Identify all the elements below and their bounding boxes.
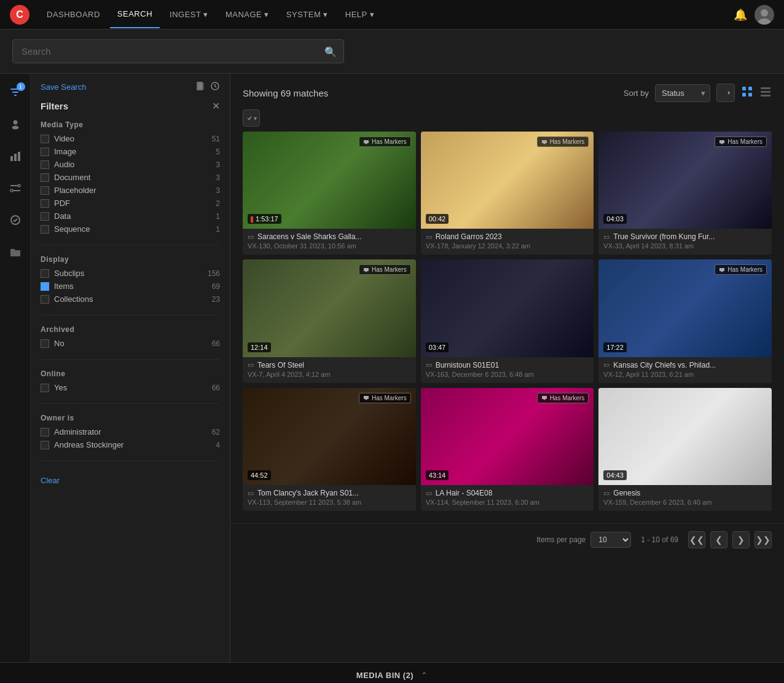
filter-left: Document [41, 173, 90, 182]
media-card[interactable]: Has Markers 04:03 ▭ True Survivor (from … [598, 132, 772, 255]
media-card[interactable]: Has Markers 43:14 ▭ LA Hair - S04E08 VX-… [421, 388, 594, 511]
filter-left: Yes [41, 383, 67, 392]
filter-count: 51 [212, 135, 220, 143]
filter-checkbox[interactable] [41, 428, 49, 436]
filter-row: Subclips 156 [41, 269, 220, 278]
filter-checkbox[interactable] [41, 269, 49, 278]
duration-badge: 12:14 [248, 342, 271, 352]
svg-rect-9 [18, 152, 20, 161]
sort-direction-button[interactable] [716, 84, 735, 102]
filter-count: 66 [212, 339, 220, 348]
nav-help[interactable]: HELP ▾ [338, 1, 382, 28]
media-card[interactable]: Has Markers 00:42 ▭ Roland Garros 2023 V… [421, 132, 594, 255]
sidebar-icon-sliders[interactable] [4, 177, 26, 199]
sidebar-icon-filters[interactable]: 1 [4, 81, 26, 103]
duration-badge: 1:53:17 [248, 214, 281, 224]
filter-checkbox[interactable] [41, 135, 49, 143]
filter-checkbox[interactable] [41, 148, 49, 156]
sidebar-icon-check[interactable] [4, 209, 26, 231]
card-info: ▭ Genesis VX-159, December 6 2023, 6:40 … [598, 485, 772, 511]
media-card[interactable]: Has Markers 44:52 ▭ Tom Clancy's Jack Ry… [243, 388, 416, 511]
filter-count: 5 [216, 148, 220, 156]
app-logo[interactable]: C [10, 5, 29, 25]
sidebar-icon-person[interactable] [4, 113, 26, 135]
filter-label: Yes [54, 383, 67, 392]
filter-checkbox[interactable] [41, 339, 49, 348]
media-card[interactable]: 03:47 ▭ Burnistoun S01E01 VX-163, Decemb… [421, 259, 594, 382]
filter-row: Data 1 [41, 211, 220, 221]
filter-checkbox[interactable] [41, 295, 49, 304]
card-title: Saracens v Sale Sharks Galla... [257, 232, 361, 241]
select-all-button[interactable]: ▾ [243, 109, 260, 127]
svg-point-0 [761, 9, 768, 17]
per-page-select[interactable]: 10 25 50 [590, 532, 631, 548]
svg-rect-10 [10, 185, 18, 186]
duration-badge: 00:42 [426, 214, 449, 224]
filter-checkbox[interactable] [41, 225, 49, 234]
thumbnail: Has Markers 00:42 [421, 132, 594, 229]
media-type-title: Media Type [41, 120, 220, 129]
user-avatar[interactable] [755, 5, 774, 25]
media-card[interactable]: Has Markers 1:53:17 ▭ Saracens v Sale Sh… [243, 132, 416, 255]
list-view-button[interactable] [759, 85, 772, 101]
filter-section-online: Online Yes 66 [41, 369, 220, 404]
sidebar-inner: 1 [0, 74, 230, 662]
filter-checkbox[interactable] [41, 173, 49, 182]
card-title-row: ▭ Genesis [603, 489, 767, 497]
card-meta: VX-12, April 11 2023, 6:21 am [603, 371, 767, 378]
search-icon[interactable]: 🔍 [324, 45, 337, 57]
save-icon[interactable] [195, 81, 205, 93]
filter-checkbox[interactable] [41, 441, 49, 449]
sort-select[interactable]: Status Date Name Duration [655, 84, 710, 102]
media-card[interactable]: 04:43 ▭ Genesis VX-159, December 6 2023,… [598, 388, 772, 511]
filter-label: Subclips [54, 269, 84, 278]
filter-checkbox[interactable] [41, 199, 49, 208]
media-grid: Has Markers 1:53:17 ▭ Saracens v Sale Sh… [230, 132, 784, 523]
save-search-button[interactable]: Save Search [41, 82, 86, 92]
next-page-button[interactable]: ❯ [732, 531, 750, 548]
filter-checkbox[interactable] [41, 212, 49, 221]
card-title: Genesis [613, 489, 640, 497]
nav-search[interactable]: SEARCH [110, 1, 160, 28]
clear-filters-button[interactable]: Clear [41, 476, 60, 485]
card-info: ▭ Kansas City Chiefs vs. Philad... VX-12… [598, 357, 772, 383]
filter-left: Image [41, 147, 76, 156]
sidebar-panel: Save Search Filters ✕ [31, 74, 230, 662]
media-bin-bar[interactable]: MEDIA BIN (2) ⌃ [0, 662, 784, 683]
filter-checkbox[interactable] [41, 384, 49, 392]
nav-system[interactable]: SYSTEM ▾ [279, 1, 335, 28]
nav-manage[interactable]: MANAGE ▾ [218, 1, 276, 28]
media-card[interactable]: Has Markers 17:22 ▭ Kansas City Chiefs v… [598, 259, 772, 382]
chevron-down-icon: ▾ [323, 10, 328, 19]
history-icon[interactable] [210, 81, 220, 93]
thumbnail: 04:43 [598, 388, 772, 485]
filter-checkbox[interactable] [41, 282, 49, 291]
sidebar-icon-chart[interactable] [4, 145, 26, 167]
nav-ingest[interactable]: INGEST ▾ [162, 1, 216, 28]
media-card[interactable]: Has Markers 12:14 ▭ Tears Of Steel VX-7,… [243, 259, 416, 382]
thumbnail: Has Markers 1:53:17 [243, 132, 416, 229]
first-page-button[interactable]: ❮❮ [688, 531, 705, 548]
film-icon: ▭ [248, 233, 254, 241]
thumbnail: Has Markers 44:52 [243, 388, 416, 485]
sidebar-icon-folder[interactable] [4, 241, 26, 263]
filter-row: Yes 66 [41, 383, 220, 392]
grid-view-button[interactable] [741, 85, 753, 101]
filter-left: Placeholder [41, 186, 96, 195]
notifications-icon[interactable]: 🔔 [734, 8, 747, 22]
card-title-row: ▭ Tears Of Steel [248, 361, 411, 369]
search-bar-area: 🔍 [0, 30, 784, 74]
filter-row: Audio 3 [41, 160, 220, 169]
filter-checkbox[interactable] [41, 186, 49, 195]
close-filters-button[interactable]: ✕ [212, 100, 220, 112]
filter-count: 156 [208, 269, 220, 278]
filter-checkbox[interactable] [41, 160, 49, 169]
thumbnail: Has Markers 17:22 [598, 259, 772, 357]
svg-point-1 [758, 18, 770, 25]
nav-dashboard[interactable]: DASHBOARD [39, 1, 108, 28]
content-area: Showing 69 matches Sort by Status Date N… [230, 74, 784, 662]
prev-page-button[interactable]: ❮ [710, 531, 727, 548]
last-page-button[interactable]: ❯❯ [755, 531, 772, 548]
search-input[interactable] [12, 39, 344, 63]
online-title: Online [41, 369, 220, 378]
